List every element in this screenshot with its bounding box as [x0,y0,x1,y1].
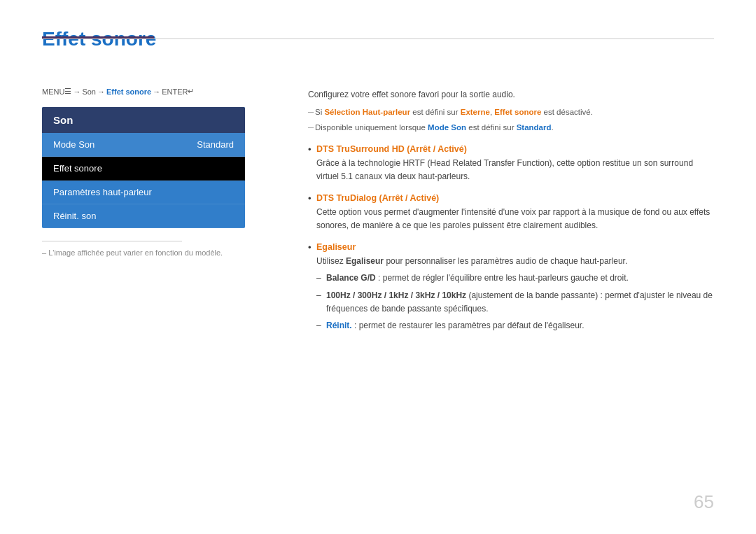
sub-bullet-reinit: Réinit. : permet de restaurer les paramè… [316,319,714,332]
menu-panel: Son Mode Son Standard Effet sonore Param… [42,107,245,228]
menu-item-reinit-label: Réinit. son [53,211,96,221]
note-1: Si Sélection Haut-parleur est défini sur… [308,106,714,118]
right-column: Configurez votre effet sonore favori pou… [308,87,714,342]
menu-item-mode-son[interactable]: Mode Son Standard [42,133,245,157]
breadcrumb-arrow1: → [73,87,80,96]
bullet-egaliseur-title: Egaliseur [316,242,714,252]
menu-item-parametres-label: Paramètres haut-parleur [53,187,152,197]
breadcrumb-enter-icon: ↵ [188,87,194,96]
bullet-dts-trusurround-body: Grâce à la technologie HRTF (Head Relate… [316,157,714,183]
page-title: Effet sonore [42,28,714,50]
bullet-dts-trudialog: DTS TruDialog (Arrêt / Activé) Cette opt… [308,193,714,232]
breadcrumb-son: Son [82,87,96,96]
menu-item-effet-sonore[interactable]: Effet sonore [42,157,245,181]
footnote: – L'image affichée peut varier en foncti… [42,248,280,257]
breadcrumb-menu-icon: ☰ [64,87,71,96]
breadcrumb-enter: ENTER [162,87,188,96]
note-2-mode: Mode Son [428,123,466,132]
note-1-externe: Externe [461,108,490,116]
intro-text: Configurez votre effet sonore favori pou… [308,90,714,99]
breadcrumb: MENU ☰ → Son → Effet sonore → ENTER ↵ [42,87,280,96]
menu-item-mode-son-label: Mode Son [53,139,94,150]
menu-panel-header: Son [42,107,245,133]
bullet-egaliseur: Egaliseur Utilisez Egaliseur pour person… [308,242,714,332]
sub-bullet-balance-label: Balance G/D [326,273,376,283]
note-1-selection: Sélection Haut-parleur [324,108,410,116]
bullet-section: DTS TruSurround HD (Arrêt / Activé) Grâc… [308,144,714,333]
menu-item-effet-sonore-label: Effet sonore [53,163,102,174]
bullet-dts-trusurround-title: DTS TruSurround HD (Arrêt / Activé) [316,144,714,154]
left-column: MENU ☰ → Son → Effet sonore → ENTER ↵ So… [42,87,280,342]
bullet-dts-trudialog-body: Cette option vous permet d'augmenter l'i… [316,206,714,232]
note-2-standard: Standard [517,123,552,132]
left-divider [42,241,182,241]
bullet-dts-trusurround: DTS TruSurround HD (Arrêt / Activé) Grâc… [308,144,714,183]
sub-bullet-balance: Balance G/D : permet de régler l'équilib… [316,272,714,285]
breadcrumb-arrow3: → [153,87,160,96]
page-number: 65 [694,491,714,513]
breadcrumb-arrow2: → [97,87,105,96]
sub-bullet-freq-label: 100Hz / 300Hz / 1kHz / 3kHz / 10kHz [326,290,466,300]
sub-bullet-freq: 100Hz / 300Hz / 1kHz / 3kHz / 10kHz (aju… [316,289,714,316]
breadcrumb-effet-sonore: Effet sonore [106,87,151,96]
note-2: Disponible uniquement lorsque Mode Son e… [308,122,714,134]
bullet-dts-trudialog-title: DTS TruDialog (Arrêt / Activé) [316,193,714,203]
note-1-effet: Effet sonore [494,108,541,116]
top-divider [42,38,714,39]
menu-item-reinit[interactable]: Réinit. son [42,204,245,228]
menu-item-parametres[interactable]: Paramètres haut-parleur [42,181,245,204]
sub-bullet-reinit-label: Réinit. [326,321,352,330]
bullet-egaliseur-body: Utilisez Egaliseur pour personnaliser le… [316,255,714,268]
menu-item-mode-son-value: Standard [197,139,234,150]
breadcrumb-menu-label: MENU [42,87,64,96]
